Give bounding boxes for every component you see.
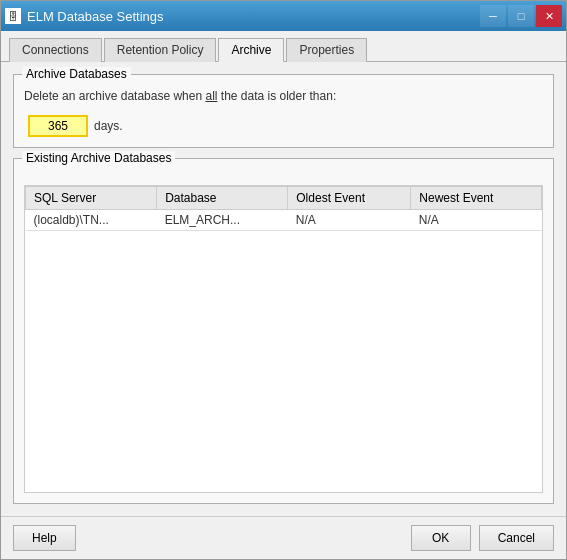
col-oldest-event: Oldest Event [288, 187, 411, 210]
title-bar-left: 🗄 ELM Database Settings [5, 8, 164, 24]
desc-part2: the data is older than: [217, 89, 336, 103]
tab-connections[interactable]: Connections [9, 38, 102, 62]
title-bar: 🗄 ELM Database Settings ─ □ ✕ [1, 1, 566, 31]
title-bar-buttons: ─ □ ✕ [480, 5, 562, 27]
help-button[interactable]: Help [13, 525, 76, 551]
ok-button[interactable]: OK [411, 525, 471, 551]
archive-description: Delete an archive database when all the … [24, 87, 543, 105]
col-newest-event: Newest Event [411, 187, 542, 210]
main-content: Archive Databases Delete an archive data… [1, 62, 566, 516]
existing-archive-group: Existing Archive Databases SQL Server Da… [13, 158, 554, 504]
archive-databases-title: Archive Databases [22, 67, 131, 81]
archive-databases-group: Archive Databases Delete an archive data… [13, 74, 554, 148]
cell-newest-event: N/A [411, 210, 542, 231]
days-row: days. [24, 115, 543, 137]
tab-bar: Connections Retention Policy Archive Pro… [1, 31, 566, 62]
tab-retention-policy[interactable]: Retention Policy [104, 38, 217, 62]
existing-archive-title: Existing Archive Databases [22, 151, 175, 165]
restore-button[interactable]: □ [508, 5, 534, 27]
table-row[interactable]: (localdb)\TN... ELM_ARCH... N/A N/A [26, 210, 542, 231]
cell-oldest-event: N/A [288, 210, 411, 231]
app-icon: 🗄 [5, 8, 21, 24]
close-button[interactable]: ✕ [536, 5, 562, 27]
footer: Help OK Cancel [1, 516, 566, 559]
cell-sql-server: (localdb)\TN... [26, 210, 157, 231]
minimize-button[interactable]: ─ [480, 5, 506, 27]
days-label: days. [94, 119, 123, 133]
main-window: 🗄 ELM Database Settings ─ □ ✕ Connection… [0, 0, 567, 560]
desc-part1: Delete an archive database when [24, 89, 205, 103]
col-sql-server: SQL Server [26, 187, 157, 210]
tab-archive[interactable]: Archive [218, 38, 284, 62]
window-title: ELM Database Settings [27, 9, 164, 24]
cell-database: ELM_ARCH... [157, 210, 288, 231]
footer-right: OK Cancel [411, 525, 554, 551]
col-database: Database [157, 187, 288, 210]
desc-highlight: all [205, 89, 217, 103]
archive-table-container[interactable]: SQL Server Database Oldest Event Newest … [24, 185, 543, 493]
days-input[interactable] [28, 115, 88, 137]
cancel-button[interactable]: Cancel [479, 525, 554, 551]
table-header-row: SQL Server Database Oldest Event Newest … [26, 187, 542, 210]
archive-table: SQL Server Database Oldest Event Newest … [25, 186, 542, 231]
tab-properties[interactable]: Properties [286, 38, 367, 62]
